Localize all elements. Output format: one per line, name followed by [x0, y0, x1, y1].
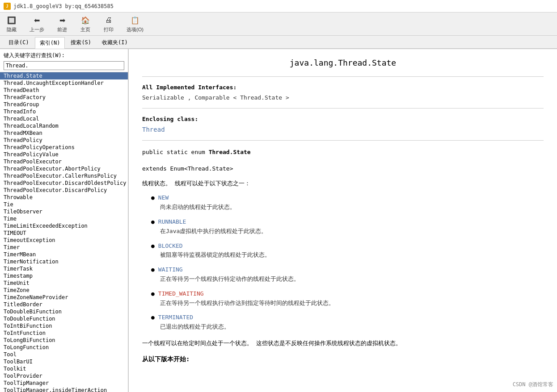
search-input[interactable] [4, 61, 124, 70]
list-item[interactable]: ThreadPoolExecutor [0, 158, 128, 165]
enum-name: NEW [158, 194, 169, 201]
list-item[interactable]: Throwable [0, 194, 128, 201]
list-item[interactable]: ThreadDeath [0, 87, 128, 94]
list-item[interactable]: Time [0, 215, 128, 222]
divider-1 [142, 76, 544, 77]
list-item[interactable]: ThreadGroup [0, 101, 128, 108]
enum-item: NEW尚未启动的线程处于此状态。 [151, 193, 544, 212]
main-description: 线程状态。 线程可以处于以下状态之一： [142, 179, 544, 188]
list-item[interactable]: TileObserver [0, 208, 128, 215]
print-button[interactable]: 🖨 打印 [101, 14, 117, 34]
enum-item: BLOCKED被阻塞等待监视器锁定的线程处于此状态。 [151, 242, 544, 260]
list-item[interactable]: Timer [0, 244, 128, 251]
print-icon: 🖨 [103, 15, 114, 25]
enum-list: NEW尚未启动的线程处于此状态。RUNNABLE在Java虚拟机中执行的线程处于… [151, 193, 544, 332]
left-panel: 键入关键字进行查找(W): Thread.StateThread.Uncaugh… [0, 49, 129, 392]
results-list[interactable]: Thread.StateThread.UncaughtExceptionHand… [0, 72, 128, 392]
list-item[interactable]: TimerTask [0, 265, 128, 272]
list-item[interactable]: ThreadPoolExecutor.DiscardPolicy [0, 187, 128, 194]
back-label: 上一步 [30, 26, 44, 33]
tab-search[interactable]: 搜索(S) [66, 37, 96, 48]
options-icon: 📋 [130, 15, 140, 25]
list-item[interactable]: TimeUnit [0, 279, 128, 287]
enum-desc: 正在等待另一个线程执行动作达到指定等待时间的线程处于此状态。 [160, 299, 544, 308]
list-item[interactable]: ThreadPolicy [0, 137, 128, 144]
note-text: 一个线程可以在给定时间点处于一个状态。 这些状态是不反映任何操作系统线程状态的虚… [142, 339, 544, 348]
right-panel: java.lang.Thread.State All Implemented I… [129, 49, 557, 392]
enum-name: WAITING [158, 266, 183, 273]
home-icon: 🏠 [80, 15, 91, 25]
list-item[interactable]: TimerNotification [0, 258, 128, 265]
list-item[interactable]: Tie [0, 201, 128, 208]
enum-name: TERMINATED [158, 314, 193, 321]
interfaces-text: Serializable , Comparable < Thread.State… [142, 94, 544, 101]
print-label: 打印 [104, 26, 114, 33]
watermark: CSDN @酒馆常客 [513, 381, 553, 388]
list-item[interactable]: ToolProvider [0, 372, 128, 379]
tab-toc[interactable]: 目录(C) [4, 37, 34, 48]
list-item[interactable]: ThreadInfo [0, 108, 128, 115]
enum-item: TERMINATED已退出的线程处于此状态。 [151, 313, 544, 332]
enum-item: WAITING正在等待另一个线程执行特定动作的线程处于此状态。 [151, 265, 544, 284]
tab-index[interactable]: 索引(N) [35, 37, 65, 49]
list-item[interactable]: TimeoutException [0, 237, 128, 244]
list-item[interactable]: ToolBarUI [0, 358, 128, 365]
back-icon: ⬅ [32, 15, 42, 25]
enclosing-label: Enclosing class: [142, 116, 544, 122]
list-item[interactable]: ThreadPolicyValue [0, 151, 128, 158]
divider-3 [142, 140, 544, 141]
hide-label: 隐藏 [7, 26, 17, 33]
enclosing-class-link[interactable]: Thread [142, 126, 165, 133]
tab-favorites[interactable]: 收藏夹(I) [97, 37, 133, 48]
hide-button[interactable]: 🔲 隐藏 [4, 14, 20, 34]
list-item[interactable]: ToolTipManager [0, 379, 128, 387]
list-item[interactable]: ThreadLocal [0, 115, 128, 122]
list-item[interactable]: TIMEOUT [0, 229, 128, 237]
list-item[interactable]: Toolkit [0, 365, 128, 372]
nav-tabs: 目录(C) 索引(N) 搜索(S) 收藏夹(I) [0, 36, 557, 49]
list-item[interactable]: ThreadPoolExecutor.DiscardOldestPolicy [0, 179, 128, 187]
list-item[interactable]: TimeZoneNameProvider [0, 294, 128, 301]
list-item[interactable]: Thread.UncaughtExceptionHandler [0, 79, 128, 87]
class-declaration: public static enum Thread.State [142, 148, 544, 157]
doc-title: java.lang.Thread.State [142, 58, 544, 67]
enum-desc: 已退出的线程处于此状态。 [160, 322, 544, 332]
enum-desc: 尚未启动的线程处于此状态。 [160, 203, 544, 212]
list-item[interactable]: ToLongBiFunction [0, 337, 128, 344]
list-item[interactable]: ToDoubleBiFunction [0, 308, 128, 315]
toolbar: 🔲 隐藏 ⬅ 上一步 ➡ 前进 🏠 主页 🖨 打印 📋 选项(O) [0, 13, 557, 36]
list-item[interactable]: TimerMBean [0, 251, 128, 258]
list-item[interactable]: ToIntFunction [0, 329, 128, 337]
enum-desc: 被阻塞等待监视器锁定的线程处于此状态。 [160, 250, 544, 260]
enum-item: TIMED_WAITING正在等待另一个线程执行动作达到指定等待时间的线程处于此… [151, 289, 544, 308]
list-item[interactable]: ToLongFunction [0, 344, 128, 351]
list-item[interactable]: Tool [0, 351, 128, 358]
main-layout: 键入关键字进行查找(W): Thread.StateThread.Uncaugh… [0, 49, 557, 392]
list-item[interactable]: TitledBorder [0, 301, 128, 308]
enum-name: RUNNABLE [158, 218, 186, 225]
enum-name: TIMED_WAITING [158, 290, 204, 297]
list-item[interactable]: Timestamp [0, 272, 128, 279]
list-item[interactable]: ToDoubleFunction [0, 315, 128, 322]
list-item[interactable]: ThreadMXBean [0, 129, 128, 137]
divider-2 [142, 108, 544, 108]
options-button[interactable]: 📋 选项(O) [124, 14, 146, 34]
back-button[interactable]: ⬅ 上一步 [27, 14, 47, 34]
list-item[interactable]: ThreadPolicyOperations [0, 144, 128, 151]
list-item[interactable]: Thread.State [0, 72, 128, 79]
forward-button[interactable]: ➡ 前进 [54, 14, 70, 34]
list-item[interactable]: ToIntBiFunction [0, 322, 128, 329]
home-button[interactable]: 🏠 主页 [77, 14, 93, 34]
list-item[interactable]: TimeZone [0, 287, 128, 294]
class-extends: extends Enum<Thread.State> [142, 164, 544, 174]
list-item[interactable]: TimeLimitExceededException [0, 222, 128, 229]
enum-name: BLOCKED [158, 242, 183, 249]
app-icon: J [4, 3, 11, 10]
list-item[interactable]: ThreadFactory [0, 94, 128, 101]
list-item[interactable]: ThreadPoolExecutor.AbortPolicy [0, 165, 128, 172]
list-item[interactable]: ThreadPoolExecutor.CallerRunsPolicy [0, 172, 128, 179]
all-implemented-label: All Implemented Interfaces: [142, 84, 544, 91]
home-label: 主页 [80, 26, 90, 33]
list-item[interactable]: ToolTipManager.insideTimerAction [0, 387, 128, 392]
list-item[interactable]: ThreadLocalRandom [0, 122, 128, 129]
